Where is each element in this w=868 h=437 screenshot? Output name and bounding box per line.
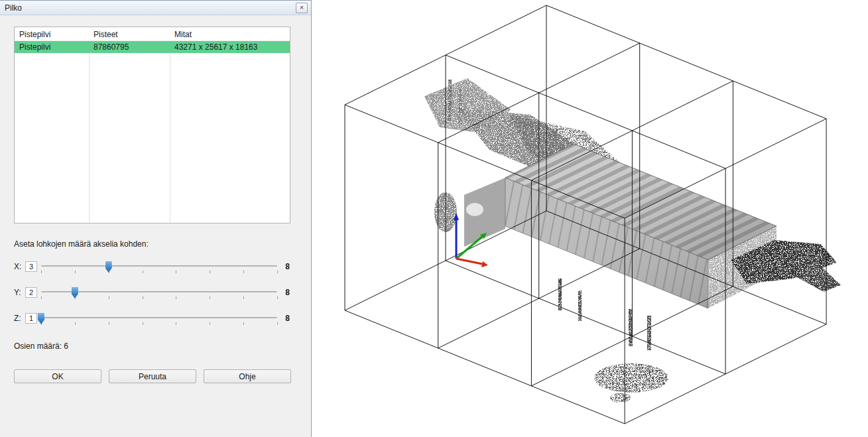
- x-axis-label: X:: [14, 262, 25, 271]
- y-slider[interactable]: [41, 285, 277, 300]
- cloud-support: [647, 316, 651, 350]
- close-icon: ×: [300, 4, 304, 11]
- pointcloud-table: Pistepilvi Pisteet Mitat Pistepilvi 8786…: [14, 27, 290, 223]
- close-button[interactable]: ×: [296, 3, 308, 13]
- ok-button[interactable]: OK: [14, 369, 101, 383]
- table-row[interactable]: Pistepilvi 87860795 43271 x 25617 x 1816…: [15, 41, 290, 53]
- dialog-title: Pilko: [5, 3, 296, 13]
- slider-max-label: 8: [283, 288, 290, 297]
- sliders-section-label: Aseta lohkojen määrä akselia kohden:: [14, 239, 149, 249]
- col-header-pisteet[interactable]: Pisteet: [89, 27, 170, 40]
- slider-max-label: 8: [283, 314, 290, 323]
- z-axis-label: Z:: [14, 314, 25, 323]
- column-separator: [89, 27, 90, 223]
- cloud-support: [578, 290, 582, 321]
- slider-thumb[interactable]: [38, 313, 44, 324]
- z-value-field[interactable]: 1: [25, 313, 37, 324]
- cloud-cab-highlight: [466, 203, 483, 216]
- pilko-dialog: Pilko × Pistepilvi Pisteet Mitat Pistepi…: [0, 0, 312, 437]
- cloud-support: [558, 279, 562, 310]
- cell-points: 87860795: [89, 41, 170, 53]
- cloud-streak: [459, 89, 462, 123]
- dialog-buttons: OK Peruuta Ohje: [14, 369, 291, 383]
- cell-dimensions: 43271 x 25617 x 18163: [170, 41, 290, 53]
- cloud-ground-scatter: [594, 363, 668, 393]
- dialog-titlebar[interactable]: Pilko ×: [0, 1, 311, 15]
- x-value-field[interactable]: 3: [25, 261, 37, 272]
- column-separator: [170, 27, 170, 223]
- slider-row-x: X: 3 8: [14, 259, 290, 274]
- x-slider[interactable]: [41, 259, 277, 274]
- y-value-field[interactable]: 2: [25, 287, 37, 298]
- slider-max-label: 8: [283, 262, 290, 271]
- viewport-3d[interactable]: [312, 0, 868, 437]
- help-button[interactable]: Ohje: [204, 369, 291, 383]
- cancel-button[interactable]: Peruuta: [109, 369, 196, 383]
- scene-svg: [312, 0, 868, 437]
- cloud-ground-scatter: [610, 393, 631, 403]
- x-axis-arrow: [456, 259, 482, 264]
- col-header-mitat[interactable]: Mitat: [170, 27, 290, 40]
- slider-row-y: Y: 2 8: [14, 285, 290, 300]
- table-header: Pistepilvi Pisteet Mitat: [15, 27, 290, 41]
- cloud-streak: [448, 80, 452, 121]
- y-axis-label: Y:: [14, 288, 25, 297]
- slider-row-z: Z: 1 8: [14, 311, 290, 326]
- cell-name: Pistepilvi: [15, 41, 89, 53]
- slider-track[interactable]: [41, 265, 277, 267]
- x-axis-arrowhead: [481, 261, 488, 267]
- app-window: Pilko × Pistepilvi Pisteet Mitat Pistepi…: [0, 0, 868, 437]
- slider-thumb[interactable]: [72, 287, 78, 298]
- z-slider[interactable]: [41, 311, 277, 326]
- slider-track[interactable]: [41, 317, 277, 318]
- slider-thumb[interactable]: [105, 261, 112, 273]
- parts-count-label: Osien määrä: 6: [14, 342, 68, 351]
- col-header-pistepilvi[interactable]: Pistepilvi: [15, 27, 89, 40]
